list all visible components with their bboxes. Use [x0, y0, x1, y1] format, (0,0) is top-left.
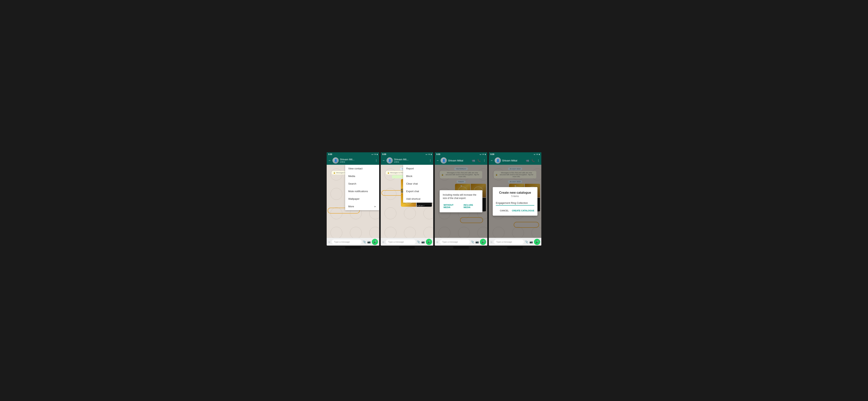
screen2: 9:00 ▲ LTE ▮ ← 👤 Shivam Mit... online — [381, 152, 433, 245]
menu-item-block[interactable]: Block — [403, 172, 433, 180]
menu-item-mute[interactable]: Mute notifications — [345, 188, 379, 195]
wifi-icon-2: ▲ — [426, 154, 427, 155]
cancel-catalogue-button[interactable]: CANCEL — [500, 209, 509, 212]
catalogue-dialog-subtitle: 5 items — [496, 195, 534, 198]
back-button-4[interactable]: ← — [490, 159, 494, 162]
contact-name-3: Shivam Mittal — [448, 159, 470, 162]
mic-button-2[interactable]: 🎤 — [426, 239, 432, 245]
input-bar-4: ☺ Type a message 📎 📷 🎤 — [489, 238, 541, 245]
avatar-1: 👤 — [333, 157, 339, 164]
menu-item-search[interactable]: Search — [345, 180, 379, 188]
emoji-icon-3[interactable]: ☺ — [436, 240, 439, 243]
menu-item-clear-chat[interactable]: Clear chat — [403, 180, 433, 188]
catalogue-dialog-overlay: Create new catalogue 5 items CANCEL CREA… — [489, 165, 541, 238]
dialog-text-3: Including media will increase the size o… — [443, 193, 479, 200]
contact-info-1: Shivam Mit... online — [340, 158, 374, 163]
avatar-img-3: 👤 — [441, 157, 447, 164]
message-input-4[interactable]: Type a message — [494, 239, 524, 244]
signal-icon-4: LTE — [536, 154, 538, 155]
chat-header-2: ← 👤 Shivam Mit... online ⋮ — [381, 156, 433, 165]
status-icons-3: ▲ LTE ▮ — [479, 154, 486, 155]
avatar-4: 👤 — [495, 157, 501, 164]
screen3-wrapper: 9:00 ▲ LTE ▮ ← 👤 Shivam Mittal 📹 📞 — [435, 152, 487, 249]
include-media-button[interactable]: INCLUDE MEDIA — [463, 203, 479, 209]
camera-icon-2[interactable]: 📷 — [421, 240, 425, 243]
back-button-2[interactable]: ← — [382, 159, 385, 162]
mic-button-1[interactable]: 🎤 — [372, 239, 378, 245]
emoji-icon-1[interactable]: ☺ — [328, 240, 331, 243]
menu-item-wallpaper[interactable]: Wallpaper — [345, 195, 379, 203]
status-bar-1: 9:00 ▲ LTE ▮ — [327, 152, 379, 156]
nav-bar-1 — [345, 246, 361, 249]
dialog-actions-3: WITHOUT MEDIA INCLUDE MEDIA — [443, 203, 479, 209]
mic-button-3[interactable]: 🎤 — [480, 239, 486, 245]
header-icons-3: 📹 📞 ⋮ — [472, 159, 486, 162]
include-media-dialog: Including media will increase the size o… — [440, 190, 483, 212]
attachment-icon-1[interactable]: 📎 — [363, 240, 366, 243]
signal-icon-3: LTE — [482, 154, 484, 155]
status-bar-3: 9:00 ▲ LTE ▮ — [435, 152, 487, 156]
bottom-label-1 — [345, 246, 361, 249]
header-icons-4: 📹 📞 ⋮ — [526, 159, 540, 162]
input-bar-1: ☺ Type a message 📎 📷 🎤 — [327, 238, 379, 245]
menu-item-report[interactable]: Report — [403, 165, 433, 172]
call-icon-3[interactable]: 📞 — [477, 159, 480, 162]
more-options-icon-2[interactable]: ⋮ — [429, 159, 432, 162]
emoji-icon-2[interactable]: ☺ — [382, 240, 384, 243]
chat-header-3: ← 👤 Shivam Mittal 📹 📞 ⋮ — [435, 156, 487, 165]
video-icon-3[interactable]: 📹 — [472, 159, 475, 162]
more-options-icon-1[interactable]: ⋮ — [375, 159, 378, 162]
status-icons-1: ▲ LTE ▮ — [371, 154, 378, 155]
menu-item-add-shortcut[interactable]: Add shortcut — [403, 195, 433, 203]
nav-bar-3 — [453, 246, 469, 249]
battery-icon: ▮ — [377, 154, 378, 155]
more-options-icon-4[interactable]: ⋮ — [537, 159, 540, 162]
more-options-icon-3[interactable]: ⋮ — [483, 159, 486, 162]
wifi-icon: ▲ — [371, 154, 373, 155]
camera-icon-1[interactable]: 📷 — [367, 240, 371, 243]
chat-header-4: ← 👤 Shivam Mittal 📹 📞 ⋮ — [489, 156, 541, 165]
attachment-icon-2[interactable]: 📎 — [417, 240, 420, 243]
video-icon-4[interactable]: 📹 — [526, 159, 529, 162]
header-icons-2: ⋮ — [429, 159, 432, 162]
menu-item-media[interactable]: Media — [345, 172, 379, 180]
contact-status-2: online — [394, 161, 428, 163]
back-button-3[interactable]: ← — [436, 159, 439, 162]
time-3: 9:00 — [436, 153, 440, 156]
status-bar-2: 9:00 ▲ LTE ▮ — [381, 152, 433, 156]
message-input-2[interactable]: Type a message — [386, 239, 416, 244]
message-input-3[interactable]: Type a message — [440, 239, 470, 244]
menu-item-view-contact[interactable]: View contact — [345, 165, 379, 172]
catalogue-name-input[interactable] — [496, 201, 534, 206]
menu-item-export-chat[interactable]: Export chat — [403, 188, 433, 195]
header-icons-1: ⋮ — [375, 159, 378, 162]
contact-info-2: Shivam Mit... online — [394, 158, 428, 163]
signal-icon: LTE — [374, 154, 376, 155]
screen1: 9:00 ▲ LTE ▮ ← 👤 Shivam Mit... online — [327, 152, 379, 245]
attachment-icon-4[interactable]: 📎 — [525, 240, 528, 243]
signal-icon-2: LTE — [428, 154, 430, 155]
camera-icon-4[interactable]: 📷 — [529, 240, 533, 243]
avatar-3: 👤 — [441, 157, 447, 164]
mic-button-4[interactable]: 🎤 — [534, 239, 540, 245]
call-icon-4[interactable]: 📞 — [531, 159, 535, 162]
time-4: 9:00 — [490, 153, 494, 156]
camera-icon-3[interactable]: 📷 — [475, 240, 479, 243]
emoji-icon-4[interactable]: ☺ — [490, 240, 493, 243]
without-media-button[interactable]: WITHOUT MEDIA — [443, 203, 460, 209]
chat-header-1: ← 👤 Shivam Mit... online ⋮ — [327, 156, 379, 165]
create-catalogue-button[interactable]: CREATE CATALOGUE — [512, 209, 534, 212]
bottom-label-3 — [453, 246, 469, 249]
wifi-icon-4: ▲ — [533, 154, 535, 155]
attachment-icon-3[interactable]: 📎 — [471, 240, 474, 243]
menu-item-more[interactable]: More ▶ — [345, 203, 379, 210]
time-1: 9:00 — [328, 153, 332, 156]
avatar-img-1: 👤 — [333, 157, 339, 164]
message-input-1[interactable]: Type a message — [332, 239, 362, 244]
input-bar-2: ☺ Type a message 📎 📷 🎤 — [381, 238, 433, 245]
create-catalogue-dialog: Create new catalogue 5 items CANCEL CREA… — [493, 187, 537, 216]
dropdown-menu-1: View contact Media Search Mute notificat… — [345, 165, 379, 210]
battery-icon-4: ▮ — [539, 154, 540, 155]
nav-bar-4 — [507, 246, 523, 249]
back-button-1[interactable]: ← — [328, 159, 331, 162]
